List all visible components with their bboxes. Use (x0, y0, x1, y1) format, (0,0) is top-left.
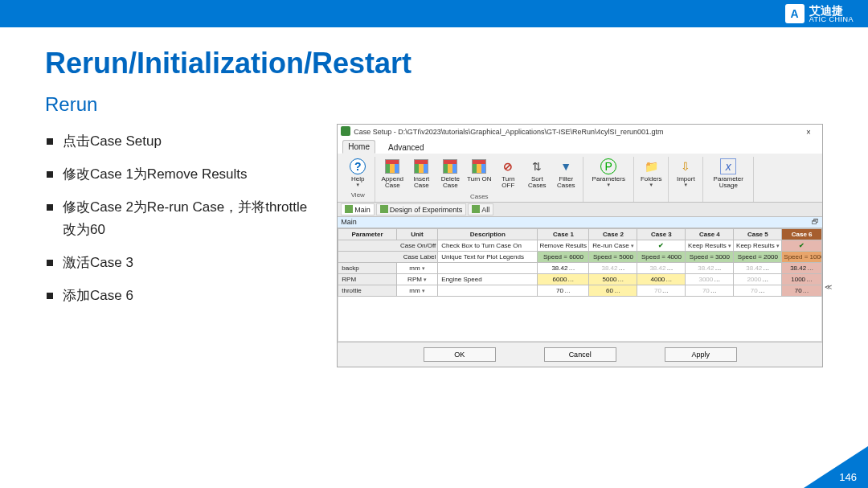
row-name: throttle (338, 285, 396, 296)
turn-on-button[interactable]: Turn ON (465, 157, 493, 191)
delete-case-button[interactable]: Delete Case (436, 157, 464, 191)
case3-throttle[interactable]: 70… (637, 285, 686, 296)
case3-rpm[interactable]: 4000… (637, 273, 686, 285)
case5-throttle[interactable]: 70… (734, 285, 782, 296)
case6-label[interactable]: Speed = 1000 (782, 251, 822, 262)
case1-onoff[interactable]: Remove Results (538, 240, 589, 251)
row-desc: Unique Text for Plot Legends (438, 251, 538, 262)
col-case6[interactable]: Case 6 (782, 228, 822, 240)
subtab-main[interactable]: Main (341, 203, 375, 215)
case3-label[interactable]: Speed = 4000 (637, 251, 686, 262)
sort-cases-button[interactable]: ⇅ Sort Cases (523, 157, 551, 191)
titlebar[interactable]: Case Setup - D:\GTI\v2023\tutorials\Grap… (338, 125, 822, 139)
parameter-usage-button[interactable]: x Parameter Usage (706, 157, 750, 191)
row-desc[interactable] (438, 285, 538, 296)
case5-onoff[interactable]: Keep Results (734, 240, 782, 251)
folder-icon: 📁 (643, 158, 659, 174)
case2-onoff[interactable]: Re-run Case (589, 240, 637, 251)
filter-label: Filter Cases (552, 176, 579, 190)
expand-handle-icon[interactable]: ≪ (825, 283, 832, 291)
case4-label[interactable]: Speed = 3000 (686, 251, 734, 262)
ok-button[interactable]: OK (424, 347, 496, 362)
case2-backp[interactable]: 38.42… (589, 262, 637, 273)
grid-empty-area[interactable] (338, 297, 822, 342)
case4-backp[interactable]: 38.42… (686, 262, 734, 273)
brand-logo-icon: A (785, 4, 805, 23)
case2-label[interactable]: Speed = 5000 (589, 251, 637, 262)
chevron-down-icon: ▼ (355, 182, 360, 187)
apply-button[interactable]: Apply (665, 347, 737, 362)
parameters-label: Parameters (592, 176, 625, 182)
chevron-down-icon: ▼ (649, 182, 653, 187)
case4-rpm[interactable]: 3000… (686, 273, 734, 285)
subtab-doe[interactable]: Design of Experiments (376, 203, 467, 215)
filter-cases-button[interactable]: ▼ Filter Cases (552, 157, 579, 191)
turn-on-icon (471, 158, 487, 174)
case4-onoff[interactable]: Keep Results (686, 240, 734, 251)
col-case4[interactable]: Case 4 (686, 228, 734, 240)
import-label: Import (677, 176, 695, 182)
tab-home[interactable]: Home (342, 140, 375, 154)
case1-throttle[interactable]: 70… (538, 285, 589, 296)
checkbox-checked-icon: ✔ (799, 242, 805, 249)
case2-throttle[interactable]: 60… (589, 285, 637, 296)
subtab-bar: Main Design of Experiments All (338, 203, 822, 217)
dialog-button-bar: OK Cancel Apply (338, 342, 822, 367)
row-desc[interactable]: Engine Speed (438, 273, 538, 285)
close-button[interactable]: × (796, 128, 821, 137)
case2-rpm[interactable]: 5000… (589, 273, 637, 285)
ribbon: ? Help ▼ View Append Case Insert Case (338, 154, 822, 203)
dock-icon[interactable]: 🗗 (812, 218, 822, 226)
help-button[interactable]: ? Help ▼ (344, 157, 371, 190)
slide-title: Rerun/Initialization/Restart (0, 27, 868, 87)
slide-header-bar: A 艾迪捷 ATIC CHINA (0, 0, 868, 27)
window-title: Case Setup - D:\GTI\v2023\tutorials\Grap… (354, 128, 796, 136)
row-desc[interactable] (438, 262, 538, 273)
row-unit[interactable]: mm (396, 262, 438, 273)
append-label: Append Case (379, 176, 406, 190)
help-label: Help (351, 176, 364, 182)
import-icon: ⇩ (678, 158, 694, 174)
case6-onoff[interactable]: ✔ (782, 240, 822, 251)
ribbon-group-cases: Cases (470, 191, 489, 200)
col-unit[interactable]: Unit (396, 228, 438, 240)
chevron-down-icon: ▼ (606, 182, 611, 187)
folders-button[interactable]: 📁 Folders ▼ (637, 157, 665, 190)
case1-rpm[interactable]: 6000… (538, 273, 589, 285)
bullet-item: 点击Case Setup (45, 130, 317, 152)
append-case-button[interactable]: Append Case (379, 157, 406, 191)
insert-label: Insert Case (407, 176, 435, 190)
row-unit[interactable]: mm (396, 285, 438, 296)
col-case2[interactable]: Case 2 (589, 228, 637, 240)
case3-onoff[interactable]: ✔ (637, 240, 686, 251)
col-case1[interactable]: Case 1 (538, 228, 589, 240)
case6-throttle[interactable]: 70… (782, 285, 822, 296)
import-button[interactable]: ⇩ Import ▼ (672, 157, 699, 190)
case6-backp[interactable]: 38.42… (782, 262, 822, 273)
parameter-usage-icon: x (720, 158, 736, 174)
turn-off-button[interactable]: ⊘ Turn OFF (494, 157, 522, 191)
case4-throttle[interactable]: 70… (686, 285, 734, 296)
subtab-all[interactable]: All (468, 203, 493, 215)
delete-label: Delete Case (436, 176, 464, 190)
case6-rpm[interactable]: 1000… (782, 273, 822, 285)
case5-rpm[interactable]: 2000… (734, 273, 782, 285)
case3-backp[interactable]: 38.42… (637, 262, 686, 273)
col-case3[interactable]: Case 3 (637, 228, 686, 240)
filter-icon: ▼ (558, 158, 574, 174)
cancel-button[interactable]: Cancel (544, 347, 616, 362)
case1-label[interactable]: Speed = 6000 (538, 251, 589, 262)
tab-advanced[interactable]: Advanced (383, 141, 428, 154)
row-unit[interactable]: RPM (396, 273, 438, 285)
case-grid[interactable]: ≪ Parameter Unit Description Case 1 Case… (338, 228, 822, 342)
case1-backp[interactable]: 38.42… (538, 262, 589, 273)
insert-case-button[interactable]: Insert Case (407, 157, 435, 191)
page-number: 146 (839, 471, 857, 483)
parameters-button[interactable]: P Parameters ▼ (587, 157, 630, 190)
col-case5[interactable]: Case 5 (734, 228, 782, 240)
case5-backp[interactable]: 38.42… (734, 262, 782, 273)
col-parameter[interactable]: Parameter (338, 228, 396, 240)
case5-label[interactable]: Speed = 2000 (734, 251, 782, 262)
col-description[interactable]: Description (438, 228, 538, 240)
row-case-onoff: Case On/Off Check Box to Turn Case On Re… (338, 240, 822, 251)
